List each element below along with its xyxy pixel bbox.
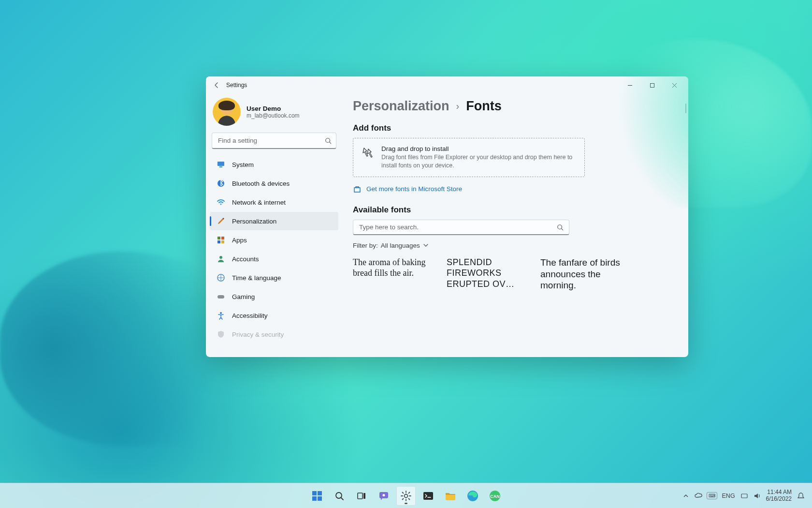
maximize-button[interactable] — [641, 78, 663, 92]
get-more-fonts-link[interactable]: Get more fonts in Microsoft Store — [366, 185, 462, 193]
svg-point-23 — [383, 494, 385, 496]
breadcrumb: Personalization › Fonts — [353, 99, 675, 114]
account-block[interactable]: User Demo m_lab@outlook.com — [210, 96, 338, 133]
search-button[interactable] — [323, 135, 334, 146]
account-name: User Demo — [246, 105, 300, 112]
sidebar-item-network[interactable]: Network & internet — [210, 193, 338, 211]
window-controls — [619, 78, 685, 92]
person-icon — [217, 254, 225, 263]
start-button[interactable] — [307, 486, 327, 506]
keyboard-indicator[interactable]: ⌨ — [707, 492, 717, 499]
sidebar: User Demo m_lab@outlook.com System — [206, 94, 342, 357]
sidebar-item-privacy[interactable]: Privacy & security — [210, 325, 338, 344]
filter-label: Filter by: — [353, 242, 378, 249]
sidebar-item-bluetooth[interactable]: Bluetooth & devices — [210, 174, 338, 193]
store-link-row: Get more fonts in Microsoft Store — [353, 185, 675, 194]
clock[interactable]: 11:44 AM 6/16/2022 — [766, 489, 792, 503]
search-icon — [325, 137, 332, 144]
svg-point-1 — [326, 138, 330, 143]
filter-dropdown[interactable]: All languages — [381, 242, 429, 249]
terminal-icon — [422, 490, 434, 502]
font-dropzone[interactable]: Drag and drop to install Drag font files… — [353, 138, 585, 177]
font-search-input[interactable] — [353, 220, 569, 235]
chat-icon — [378, 490, 390, 502]
avatar — [213, 98, 241, 126]
sidebar-item-label: Bluetooth & devices — [232, 180, 290, 187]
font-card[interactable]: SPLENDID FIREWORKS ERUPTED OV… — [447, 257, 532, 291]
edge-canary-icon: CAN — [489, 490, 501, 502]
settings-search — [212, 133, 336, 149]
filter-value: All languages — [381, 242, 420, 249]
language-indicator[interactable]: ENG — [722, 493, 735, 499]
network-tray-icon[interactable] — [740, 492, 749, 500]
bluetooth-icon — [217, 179, 225, 188]
taskbar-chat[interactable] — [374, 486, 393, 506]
font-card[interactable]: The aroma of baking bread fills the air. — [353, 257, 438, 291]
breadcrumb-parent[interactable]: Personalization — [353, 99, 450, 114]
globe-clock-icon — [217, 273, 225, 282]
sidebar-item-apps[interactable]: Apps — [210, 231, 338, 249]
font-search — [353, 220, 569, 235]
sidebar-item-accessibility[interactable]: Accessibility — [210, 306, 338, 325]
svg-rect-25 — [423, 492, 433, 500]
taskbar-search[interactable] — [330, 486, 349, 506]
taskbar-edge[interactable] — [463, 486, 482, 506]
dropzone-title: Drag and drop to install — [381, 145, 577, 152]
sidebar-item-label: Gaming — [232, 293, 255, 300]
search-input[interactable] — [212, 133, 336, 149]
sidebar-item-accounts[interactable]: Accounts — [210, 250, 338, 268]
close-icon — [672, 83, 677, 88]
app-title: Settings — [226, 82, 247, 89]
svg-text:CAN: CAN — [490, 494, 500, 499]
taskbar-file-explorer[interactable] — [441, 486, 460, 506]
task-view-icon — [356, 491, 367, 501]
minimize-button[interactable] — [619, 78, 641, 92]
available-fonts-heading: Available fonts — [353, 205, 675, 215]
onedrive-icon[interactable] — [694, 492, 703, 500]
maximize-icon — [650, 83, 655, 88]
volume-tray-icon[interactable] — [753, 492, 761, 500]
sidebar-item-system[interactable]: System — [210, 155, 338, 174]
font-search-button[interactable] — [555, 222, 566, 233]
sidebar-item-label: System — [232, 161, 254, 168]
task-view[interactable] — [352, 486, 371, 506]
svg-rect-2 — [218, 162, 224, 166]
main-pane: Personalization › Fonts Add fonts Drag a… — [342, 94, 688, 357]
monitor-icon — [217, 160, 225, 169]
sidebar-item-label: Personalization — [232, 218, 276, 225]
close-button[interactable] — [663, 78, 685, 92]
taskbar-edge-canary[interactable]: CAN — [485, 486, 505, 506]
desktop-wallpaper: Settings User Demo — [0, 0, 812, 508]
sidebar-item-label: Accounts — [232, 255, 259, 263]
svg-point-14 — [558, 225, 562, 229]
add-fonts-heading: Add fonts — [353, 123, 675, 133]
svg-point-13 — [220, 312, 222, 314]
sidebar-item-label: Network & internet — [232, 199, 286, 206]
font-card[interactable]: The fanfare of birds announces the morni… — [540, 257, 625, 291]
scrollbar[interactable] — [685, 104, 686, 113]
sidebar-item-time-language[interactable]: Time & language — [210, 269, 338, 287]
tray-overflow[interactable] — [682, 492, 690, 500]
svg-rect-9 — [221, 240, 224, 243]
svg-rect-18 — [318, 496, 322, 501]
svg-rect-7 — [221, 237, 224, 239]
paintbrush-icon — [217, 217, 225, 225]
chevron-down-icon — [423, 242, 429, 248]
svg-rect-0 — [650, 83, 654, 87]
sidebar-item-personalization[interactable]: Personalization — [210, 212, 338, 230]
taskbar-settings[interactable] — [396, 486, 416, 506]
bell-icon — [797, 492, 805, 500]
sidebar-item-gaming[interactable]: Gaming — [210, 287, 338, 306]
sidebar-item-label: Accessibility — [232, 312, 268, 319]
sidebar-item-label: Privacy & security — [232, 331, 284, 338]
taskbar-terminal[interactable] — [419, 486, 438, 506]
back-button[interactable] — [209, 77, 224, 93]
svg-rect-15 — [312, 491, 317, 495]
wifi-icon — [217, 198, 225, 207]
svg-rect-21 — [363, 493, 365, 499]
drag-drop-icon — [361, 146, 375, 160]
sidebar-item-label: Time & language — [232, 274, 281, 282]
gamepad-icon — [217, 292, 225, 301]
svg-rect-3 — [219, 166, 222, 167]
notifications-button[interactable] — [797, 492, 805, 500]
